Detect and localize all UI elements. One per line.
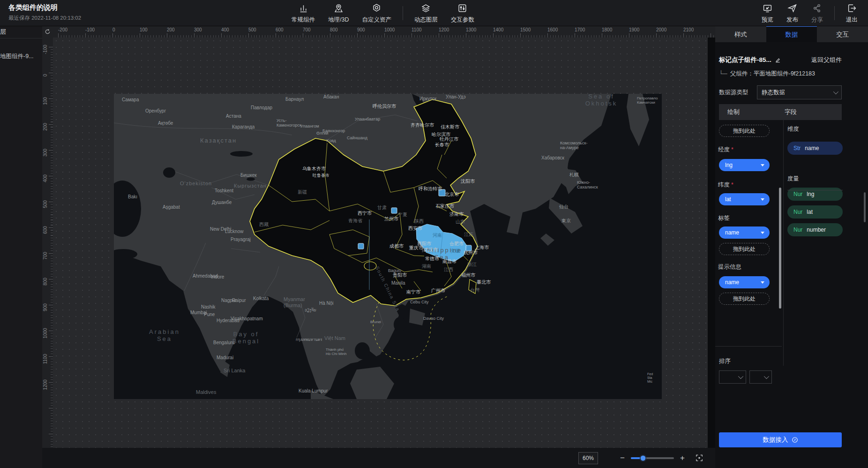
draw-column-scrollbar[interactable] [779,188,781,309]
field-label-纬度: 纬度* [718,181,733,189]
layer-item[interactable]: 地图组件-9... [0,53,42,60]
map-label: 浙江 [467,262,477,267]
asia-basemap: СамараОренбургАқтөбеАстанаПавлодарКарага… [114,94,662,399]
field-select-name[interactable]: name [719,226,770,239]
editor-canvas[interactable]: СамараОренбургАқтөбеАстанаПавлодарКарага… [53,38,708,448]
datasource-type-select[interactable]: 静态数据 [757,85,842,99]
map-label: 常德市 [425,256,440,261]
map-label: Hà Nội [319,301,334,306]
parent-component-name: 平面地图组件-9f212183 [754,70,815,77]
draw-column-title: 绘制 [719,108,775,116]
map-label: Улаангом [300,124,319,128]
ruler-label: 300 [194,27,202,32]
field-select-lat[interactable]: lat [719,193,770,205]
map-label: Brunei [370,320,381,324]
zoom-in-button[interactable]: + [679,453,686,464]
zoom-out-button[interactable]: − [619,453,626,464]
ruler-label: 0 [43,68,48,83]
map-label: 牡丹江市 [440,136,459,142]
ruler-label: 1600 [547,27,558,32]
ruler-label: 1700 [575,27,585,32]
ruler-label: 100 [140,27,148,32]
panel-scrollbar[interactable] [864,192,866,222]
zoom-slider-knob[interactable] [640,455,646,461]
ruler-label: 400 [43,172,48,186]
map-label: Madurai [217,355,233,360]
map-label: Hyderabad [217,318,239,323]
field-name: lat [807,209,813,215]
sort-divider [715,346,782,347]
map-label: ПетропавлоКамчатски [637,96,658,105]
field-chip-number[interactable]: Nurnumber [787,223,843,236]
back-to-parent-link[interactable]: 返回父组件 [811,56,842,64]
drop-here-target[interactable]: 拖到此处 [719,243,770,255]
parent-component-row: └─父组件：平面地图组件-9f212183 [719,70,842,78]
drop-here-target[interactable]: 拖到此处 [719,125,770,137]
data-access-button[interactable]: 数据接入 [719,432,842,447]
field-chip-lat[interactable]: Nurlat [787,205,843,219]
fit-screen-icon[interactable] [696,453,703,464]
header-action-share[interactable]: 分享 [805,0,830,26]
tab-数据[interactable]: 数据 [766,26,817,42]
field-select-lng[interactable]: lng [719,159,770,171]
header-action-exit[interactable]: 退出 [839,0,864,26]
map-label: 武汉市 [424,247,438,252]
map-label: 石家庄市 [435,204,455,209]
chart-icon [299,3,308,15]
drop-here-target[interactable]: 拖到此处 [719,293,770,305]
toolbar-item-params[interactable]: 交互参数 [444,0,481,26]
chevron-down-icon [833,89,838,94]
sort-order-select[interactable] [749,370,772,384]
field-chip-name[interactable]: Strname [787,142,843,155]
tab-样式[interactable]: 样式 [715,26,766,42]
layers-icon [421,3,431,15]
map-label: 沈阳市 [460,179,475,184]
ruler-label: 900 [357,27,365,32]
dimension-label: 维度 [787,125,799,133]
toolbar-item-regular[interactable]: 常规组件 [285,0,322,26]
field-name: name [805,145,819,151]
field-select-name[interactable]: name [719,276,770,288]
map-label: Indore [211,274,224,279]
map-label: Raipur [232,298,246,303]
canvas-bottom-bar: 60% − + [42,448,715,468]
map-label: 札幌 [569,172,579,177]
edit-pencil-icon[interactable] [775,57,781,63]
map-label: Maldives [196,389,217,395]
map-label: Kuala Lumpur [299,388,328,393]
marker-point[interactable] [358,243,364,249]
map-label: Việt Nam [324,335,345,341]
map-component[interactable]: СамараОренбургАқтөбеАстанаПавлодарКарага… [114,94,662,399]
map-pin-icon [334,3,344,15]
field-label-提示信息: 提示信息 [718,263,741,271]
sort-field-select[interactable] [719,370,746,384]
header-action-preview[interactable]: 预览 [755,0,780,26]
tab-交互[interactable]: 交互 [817,26,868,42]
toolbar-item-dyn-layers[interactable]: 动态图层 [408,0,444,26]
field-name: lng [807,191,814,197]
map-label: Улаанбаатар [355,117,380,121]
toolbar-separator [403,6,403,20]
map-label: Абакан [323,94,339,99]
map-label: 陕西 [414,219,424,224]
map-label: 长春市 [435,142,449,147]
map-label: Bay ofBengal [232,331,260,345]
map-label: 南宁市 [406,289,421,294]
zoom-slider[interactable] [631,453,674,464]
zoom-value-input[interactable]: 60% [578,452,598,464]
toolbar-item-geo3d[interactable]: 地理/3D [322,0,355,26]
sliders-icon [457,3,467,15]
toolbar-item-assets[interactable]: 自定义资产 [355,0,398,26]
vertical-ruler: -100010020030040050060070080090010001100… [42,38,53,448]
ruler-reset-icon[interactable] [42,26,53,38]
header-action-publish-label: 发布 [786,16,798,24]
map-label: 湖南 [422,264,431,269]
marker-point[interactable] [391,208,397,213]
map-label: Сайншанд [347,136,368,140]
field-value: name [725,279,739,286]
map-label: Pune [204,312,215,317]
component-toolbar: 常规组件地理/3D自定义资产动态图层交互参数 [285,0,481,26]
map-label: Ақтөбе [158,121,173,126]
header-action-publish[interactable]: 发布 [780,0,805,26]
map-label: 安徽 [450,248,460,253]
